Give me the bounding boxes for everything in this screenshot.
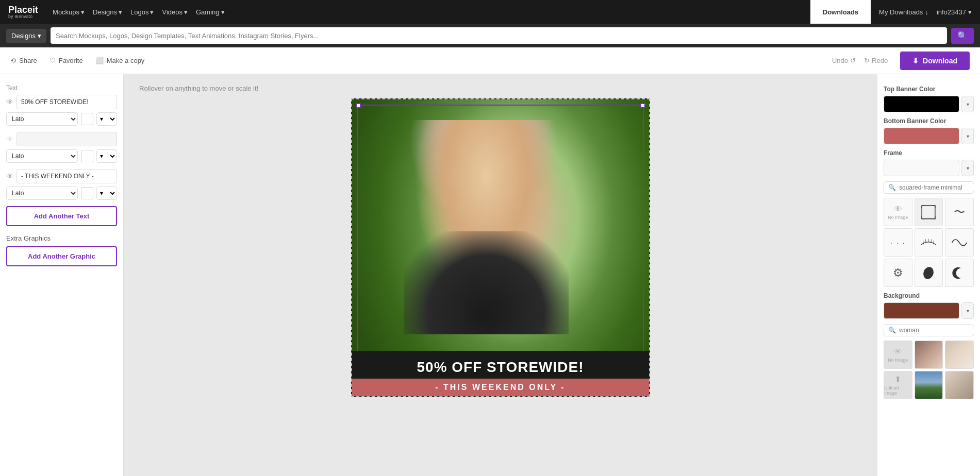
search-category-label: Designs [11, 32, 36, 40]
favorite-action[interactable]: ♡ Favorite [49, 57, 83, 64]
color-swatch-3[interactable] [81, 187, 93, 199]
add-another-graphic-button[interactable]: Add Another Graphic [6, 246, 117, 266]
bg-photo-woman1[interactable] [915, 341, 943, 369]
add-another-text-button[interactable]: Add Another Text [6, 206, 117, 226]
font-size-2[interactable]: ▾ [96, 149, 117, 163]
undo-action[interactable]: Undo ↺ [832, 57, 856, 64]
share-action[interactable]: ⟲ Share [10, 57, 37, 64]
upload-icon: ⬆ [894, 375, 901, 384]
downloads-tab[interactable]: Downloads [810, 0, 871, 24]
my-downloads-label: My Downloads [879, 8, 923, 16]
top-banner-color-picker: ▾ [884, 96, 974, 112]
frame-swirl[interactable]: 〜 [945, 198, 974, 226]
downloads-label: Downloads [823, 8, 858, 16]
search-category-dropdown[interactable]: Designs ▾ [6, 29, 46, 43]
background-label: Background [884, 292, 974, 299]
bottom-banner-color-arrow[interactable]: ▾ [961, 128, 974, 144]
font-size-3[interactable]: ▾ [96, 186, 117, 200]
bg-photo-woman3[interactable] [945, 371, 974, 399]
visibility-toggle-2[interactable]: 👁 [6, 135, 13, 143]
background-color-swatch[interactable] [884, 302, 959, 319]
bg-no-image[interactable]: 👁 No Image [884, 341, 912, 369]
text-input-1[interactable] [16, 95, 117, 109]
background-color-picker: ▾ [884, 302, 974, 319]
frame-grid: 👁 No Image 〜 [884, 198, 974, 287]
chevron-down-icon: ▾ [38, 32, 41, 40]
top-banner-color-label: Top Banner Color [884, 86, 974, 93]
top-banner-color-swatch[interactable] [884, 96, 959, 112]
text-input-3[interactable] [16, 169, 117, 183]
color-swatch-1[interactable] [81, 113, 93, 125]
undo-label: Undo [832, 57, 848, 64]
blob-icon [920, 265, 937, 281]
banner-sub-band: - THIS WEEKEND ONLY - [352, 379, 649, 396]
account-menu[interactable]: info23437 ▾ [937, 8, 972, 16]
search-input-wrap [51, 27, 947, 44]
chevron-down-icon: ▾ [221, 8, 225, 16]
bg-upload-image[interactable]: ⬆ Upload Image [884, 371, 912, 399]
frame-dots[interactable]: · · · [884, 228, 912, 257]
download-icon: ↓ [925, 8, 928, 16]
frame-arrow[interactable]: ▾ [961, 160, 974, 176]
visibility-toggle-1[interactable]: 👁 [6, 98, 13, 106]
nav-right-area: Downloads My Downloads ↓ info23437 ▾ [810, 0, 972, 24]
chevron-down-icon: ▾ [150, 8, 154, 16]
bg-thumbnails: 👁 No Image ⬆ Upload Image [884, 341, 974, 399]
download-button[interactable]: ⬇ Download [900, 52, 970, 70]
share-label: Share [19, 57, 37, 64]
font-select-3[interactable]: Lato [6, 186, 78, 200]
font-row-2: Lato ▾ [6, 149, 117, 163]
logo[interactable]: Placeit by ⊕envato [8, 5, 38, 19]
design-canvas[interactable]: 50% OFF STOREWIDE! - THIS WEEKEND ONLY - [351, 98, 650, 397]
canvas-hint: Rollover on anything to move or scale it… [139, 84, 258, 92]
canvas-clothing [404, 231, 569, 334]
font-select-2[interactable]: Lato [6, 149, 78, 163]
account-label: info23437 [937, 8, 966, 16]
search-input[interactable] [56, 32, 942, 40]
frame-select-swatch[interactable] [884, 160, 959, 176]
bg-photo-woman2[interactable] [945, 341, 974, 369]
frame-blob[interactable] [915, 259, 943, 287]
font-size-1[interactable]: ▾ [96, 112, 117, 126]
frame-search-input[interactable] [899, 184, 976, 191]
frame-wave[interactable] [945, 228, 974, 257]
no-image-label: No Image [888, 215, 908, 220]
make-copy-action[interactable]: ⬜ Make a copy [95, 57, 145, 64]
color-swatch-2[interactable] [81, 150, 93, 162]
bg-photo-landscape[interactable] [915, 371, 943, 399]
redo-action[interactable]: ↻ Redo [864, 57, 888, 64]
text-section-label: Text [6, 84, 117, 92]
background-color-arrow[interactable]: ▾ [961, 302, 974, 319]
center-canvas: Rollover on anything to move or scale it… [124, 74, 877, 476]
text-field-row-3: 👁 [6, 169, 117, 183]
nav-logos[interactable]: Logos ▾ [130, 8, 154, 16]
nav-mockups[interactable]: Mockups ▾ [53, 8, 85, 16]
favorite-label: Favorite [59, 57, 83, 64]
banner-sub-text: - THIS WEEKEND ONLY - [362, 383, 639, 392]
frame-square[interactable] [915, 198, 943, 226]
logo-subtext: by ⊕envato [8, 14, 38, 19]
nav-gaming[interactable]: Gaming ▾ [196, 8, 225, 16]
wave-icon [951, 234, 968, 251]
font-row-1: Lato ▾ [6, 112, 117, 126]
top-banner-color-arrow[interactable]: ▾ [961, 96, 974, 112]
visibility-toggle-3[interactable]: 👁 [6, 172, 13, 180]
text-field-row-2: 👁 [6, 132, 117, 146]
bottom-banner-color-swatch[interactable] [884, 128, 959, 144]
search-button[interactable]: 🔍 [951, 28, 974, 44]
text-input-2[interactable] [16, 132, 117, 146]
nav-videos[interactable]: Videos ▾ [162, 8, 188, 16]
chevron-down-icon: ▾ [119, 8, 122, 16]
font-select-1[interactable]: Lato [6, 112, 78, 126]
nav-designs[interactable]: Designs ▾ [93, 8, 122, 16]
search-bar: Designs ▾ 🔍 [0, 24, 980, 47]
frame-gear[interactable]: ⚙ [884, 259, 912, 287]
my-downloads-link[interactable]: My Downloads ↓ [879, 8, 928, 16]
top-navigation: Placeit by ⊕envato Mockups ▾ Designs ▾ L… [0, 0, 980, 24]
svg-rect-0 [922, 206, 936, 219]
bg-search-input[interactable] [899, 327, 976, 334]
frame-crescent[interactable] [945, 259, 974, 287]
bottom-banner-color-label: Bottom Banner Color [884, 117, 974, 125]
frame-no-image[interactable]: 👁 No Image [884, 198, 912, 226]
frame-eyelash[interactable] [915, 228, 943, 257]
